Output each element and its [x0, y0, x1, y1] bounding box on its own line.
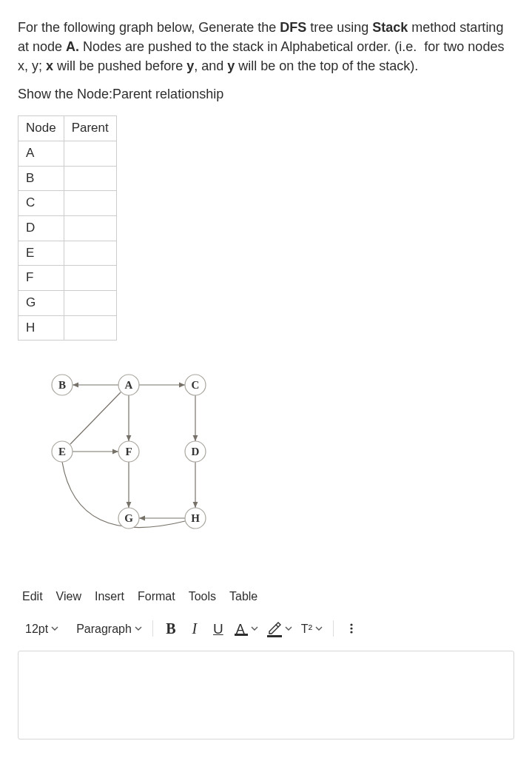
toolbar-separator	[333, 620, 334, 637]
chevron-down-icon	[251, 625, 258, 632]
table-cell-parent	[64, 241, 116, 266]
table-cell-parent	[64, 141, 116, 167]
menu-view[interactable]: View	[56, 588, 81, 605]
bold-button[interactable]: B	[161, 618, 181, 639]
block-format-select[interactable]: Paragraph	[73, 619, 145, 639]
font-size-label: 12pt	[25, 620, 48, 637]
table-cell-parent	[64, 266, 116, 291]
superscript-button[interactable]: T²	[298, 619, 326, 639]
table-cell-node: A	[18, 141, 64, 167]
table-cell-node: H	[18, 315, 64, 341]
text-color-icon: A	[235, 621, 248, 636]
superscript-label: T²	[301, 620, 312, 637]
graph-node-d: D	[192, 446, 200, 457]
graph-node-c: C	[192, 379, 200, 391]
menu-insert[interactable]: Insert	[95, 588, 124, 605]
question-text: For the following graph below, Generate …	[18, 18, 514, 104]
block-format-label: Paragraph	[76, 620, 132, 637]
editor-menubar: Edit View Insert Format Tools Table	[18, 585, 514, 608]
node-parent-table: Node Parent A B C D E F G H	[18, 115, 117, 341]
table-cell-parent	[64, 215, 116, 241]
chevron-down-icon	[285, 625, 292, 632]
menu-table[interactable]: Table	[229, 588, 257, 605]
menu-edit[interactable]: Edit	[22, 588, 43, 605]
graph-node-f: F	[125, 446, 132, 457]
font-size-select[interactable]: 12pt	[22, 619, 61, 639]
graph-node-g: G	[124, 512, 133, 524]
graph-diagram: B A C E F D G H	[33, 363, 225, 555]
svg-point-18	[350, 628, 352, 630]
underline-button[interactable]: U	[208, 618, 229, 639]
svg-point-19	[350, 631, 352, 634]
table-cell-node: E	[18, 241, 64, 266]
toolbar-separator	[152, 620, 153, 637]
italic-button[interactable]: I	[184, 618, 205, 639]
text-color-button[interactable]: A	[232, 620, 261, 637]
highlight-color-button[interactable]	[264, 620, 295, 637]
table-cell-node: D	[18, 215, 64, 241]
table-cell-parent	[64, 191, 116, 216]
more-button[interactable]	[341, 618, 362, 639]
svg-line-3	[70, 392, 121, 444]
table-cell-node: G	[18, 290, 64, 315]
editor-toolbar: 12pt Paragraph B I U A T²	[18, 615, 514, 642]
menu-format[interactable]: Format	[138, 588, 175, 605]
graph-node-h: H	[191, 512, 200, 524]
table-cell-node: B	[18, 166, 64, 191]
table-cell-node: C	[18, 191, 64, 216]
svg-point-17	[350, 624, 352, 626]
table-cell-parent	[64, 315, 116, 341]
graph-node-b: B	[58, 379, 66, 391]
chevron-down-icon	[51, 625, 58, 632]
editor-content-area[interactable]	[18, 651, 514, 739]
highlight-icon	[267, 621, 282, 636]
menu-tools[interactable]: Tools	[189, 588, 216, 605]
table-header-node: Node	[18, 116, 64, 141]
graph-node-e: E	[58, 446, 66, 457]
question-paragraph-2: Show the Node:Parent relationship	[18, 84, 514, 104]
chevron-down-icon	[315, 625, 323, 632]
table-cell-node: F	[18, 266, 64, 291]
table-cell-parent	[64, 290, 116, 315]
graph-node-a: A	[125, 379, 133, 391]
table-cell-parent	[64, 166, 116, 191]
question-paragraph-1: For the following graph below, Generate …	[18, 18, 514, 76]
table-header-parent: Parent	[64, 116, 116, 141]
kebab-icon	[346, 623, 357, 634]
chevron-down-icon	[135, 625, 142, 632]
